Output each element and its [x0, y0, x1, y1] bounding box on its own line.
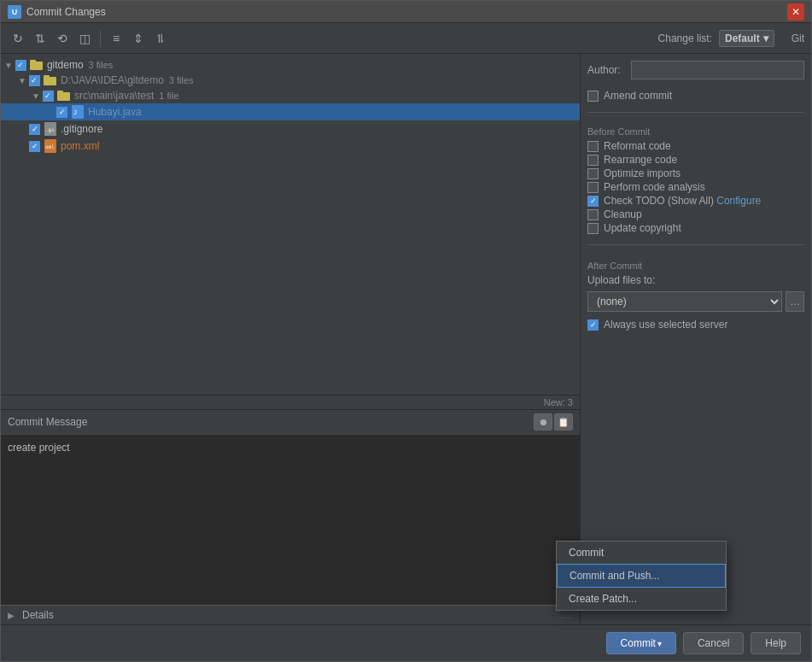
- author-input[interactable]: [631, 61, 804, 79]
- svg-text:J: J: [73, 109, 77, 116]
- changelist-label: Change list:: [658, 32, 712, 44]
- folder-icon-gitdemo: [30, 59, 44, 71]
- toolbar-revert-btn[interactable]: ⟲: [52, 28, 73, 49]
- check-todo-checkbox[interactable]: ✓: [587, 196, 599, 207]
- expand-arrow-gitdemo: ▼: [4, 61, 13, 70]
- toolbar-expand-btn[interactable]: ≡: [106, 28, 126, 49]
- dropdown-commit-label: Commit: [569, 547, 604, 559]
- analyze-checkbox[interactable]: [587, 182, 599, 193]
- window: U Commit Changes ✕ ↻ ⇅ ⟲ ◫ ≡ ⇕ ⥮ Change …: [0, 0, 812, 662]
- tree-label-gitdemo: gitdemo: [47, 59, 84, 71]
- changelist-area: Change list: Default ▾ Git: [658, 30, 804, 47]
- commit-button[interactable]: Commit ▾: [606, 632, 676, 654]
- upload-dropdown-row: (none) …: [587, 291, 804, 312]
- tree-label-gitignore: .gitignore: [61, 123, 102, 135]
- optimize-row: Optimize imports: [587, 167, 804, 179]
- dropdown-item-commit-push[interactable]: Commit and Push...: [557, 564, 726, 588]
- check-todo-label: Check TODO (Show All) Configure: [604, 195, 761, 207]
- always-use-server-row: ✓ Always use selected server: [587, 319, 804, 331]
- tree-item-pomxml[interactable]: ✓ xml pom.xml: [1, 138, 580, 155]
- amend-commit-label: Amend commit: [604, 90, 672, 102]
- checkbox-path[interactable]: ✓: [29, 75, 40, 86]
- tree-item-path[interactable]: ▼ ✓ D:\JAVA\IDEA\gitdemo 3 files: [1, 73, 580, 88]
- tree-item-gitignore[interactable]: ✓ .gi .gitignore: [1, 120, 580, 138]
- file-tree[interactable]: ▼ ✓ gitdemo 3 files ▼ ✓: [1, 54, 580, 395]
- tree-item-hubayi[interactable]: ✓ J Hubayi.java: [1, 103, 580, 120]
- upload-files-label: Upload files to:: [587, 274, 804, 286]
- bottom-buttons: Commit ▾ Cancel Help: [1, 624, 811, 661]
- check-todo-row: ✓ Check TODO (Show All) Configure: [587, 195, 804, 207]
- checkbox-pomxml[interactable]: ✓: [29, 141, 40, 152]
- tree-item-src[interactable]: ▼ ✓ src\main\java\test 1 file: [1, 88, 580, 103]
- cleanup-checkbox[interactable]: [587, 209, 599, 220]
- checkbox-gitignore[interactable]: ✓: [29, 124, 40, 135]
- dropdown-commit-push-label: Commit and Push...: [570, 570, 659, 582]
- svg-text:.gi: .gi: [45, 126, 55, 133]
- commit-msg-history-btn[interactable]: 📋: [554, 413, 573, 431]
- dropdown-item-create-patch[interactable]: Create Patch...: [557, 588, 726, 610]
- reformat-checkbox[interactable]: [587, 141, 599, 152]
- reformat-row: Reformat code: [587, 140, 804, 152]
- author-label: Author:: [587, 64, 626, 76]
- svg-text:xml: xml: [45, 144, 55, 149]
- details-dots: .....: [558, 609, 573, 621]
- optimize-checkbox[interactable]: [587, 168, 599, 179]
- tree-count-path: 3 files: [169, 75, 194, 85]
- tree-label-path: D:\JAVA\IDEA\gitdemo: [61, 74, 164, 86]
- toolbar-sep-1: [100, 30, 101, 47]
- after-commit-label: After Commit: [587, 261, 804, 271]
- checkbox-gitdemo[interactable]: ✓: [15, 60, 26, 71]
- toolbar-update-btn[interactable]: ⇅: [30, 28, 50, 49]
- tree-label-pomxml: pom.xml: [61, 140, 99, 152]
- upload-more-btn[interactable]: …: [786, 291, 804, 312]
- main-content: ▼ ✓ gitdemo 3 files ▼ ✓: [1, 54, 811, 624]
- toolbar: ↻ ⇅ ⟲ ◫ ≡ ⇕ ⥮ Change list: Default ▾ Git: [1, 23, 811, 54]
- java-file-icon: J: [71, 105, 85, 119]
- commit-msg-record-btn[interactable]: ⏺: [534, 413, 552, 431]
- rearrange-checkbox[interactable]: [587, 155, 599, 166]
- cancel-button[interactable]: Cancel: [683, 632, 744, 654]
- new-count-bar: New: 3: [1, 395, 580, 409]
- tree-label-hubayi: Hubayi.java: [88, 106, 142, 118]
- always-use-checkbox[interactable]: ✓: [587, 319, 599, 331]
- rearrange-row: Rearrange code: [587, 154, 804, 166]
- details-section[interactable]: ▶ Details .....: [1, 605, 580, 624]
- expand-arrow-path: ▼: [18, 76, 26, 85]
- svg-rect-2: [44, 77, 56, 85]
- commit-message-textarea[interactable]: [1, 434, 580, 605]
- upload-select[interactable]: (none): [587, 291, 782, 312]
- tree-count-gitdemo: 3 files: [89, 60, 114, 70]
- close-button[interactable]: ✕: [787, 3, 804, 21]
- reformat-label: Reformat code: [604, 140, 671, 152]
- commit-dropdown-popup: Commit Commit and Push... Create Patch..…: [556, 541, 727, 611]
- help-button[interactable]: Help: [751, 632, 801, 654]
- dropdown-item-commit[interactable]: Commit: [557, 542, 726, 564]
- toolbar-filter-btn[interactable]: ⥮: [150, 28, 171, 49]
- changelist-arrow-icon: ▾: [763, 32, 768, 44]
- amend-commit-checkbox[interactable]: [587, 91, 599, 102]
- changelist-dropdown[interactable]: Default ▾: [719, 30, 774, 47]
- svg-rect-5: [57, 91, 63, 93]
- toolbar-show-diff-btn[interactable]: ◫: [74, 28, 95, 49]
- configure-link[interactable]: Configure: [716, 195, 761, 207]
- left-panel: ▼ ✓ gitdemo 3 files ▼ ✓: [1, 54, 581, 624]
- toolbar-refresh-btn[interactable]: ↻: [8, 28, 28, 49]
- tree-count-src: 1 file: [159, 91, 178, 101]
- dropdown-create-patch-label: Create Patch...: [569, 593, 637, 605]
- commit-message-actions: ⏺ 📋: [534, 413, 573, 431]
- details-arrow-icon: ▶: [8, 611, 15, 620]
- toolbar-sort-btn[interactable]: ⇕: [128, 28, 149, 49]
- commit-message-header: Commit Message ⏺ 📋: [1, 410, 580, 434]
- checkbox-hubayi[interactable]: ✓: [56, 107, 67, 118]
- commit-message-section: Commit Message ⏺ 📋: [1, 409, 580, 605]
- always-use-label: Always use selected server: [604, 319, 727, 331]
- svg-rect-4: [57, 92, 70, 101]
- tree-item-gitdemo[interactable]: ▼ ✓ gitdemo 3 files: [1, 57, 580, 73]
- update-copyright-label: Update copyright: [604, 222, 681, 234]
- commit-button-label: Commit: [621, 637, 656, 649]
- analyze-label: Perform code analysis: [604, 181, 705, 193]
- author-row: Author:: [587, 61, 804, 79]
- checkbox-src[interactable]: ✓: [43, 91, 54, 102]
- commit-dropdown-arrow-icon: ▾: [657, 639, 662, 648]
- update-copyright-checkbox[interactable]: [587, 223, 599, 234]
